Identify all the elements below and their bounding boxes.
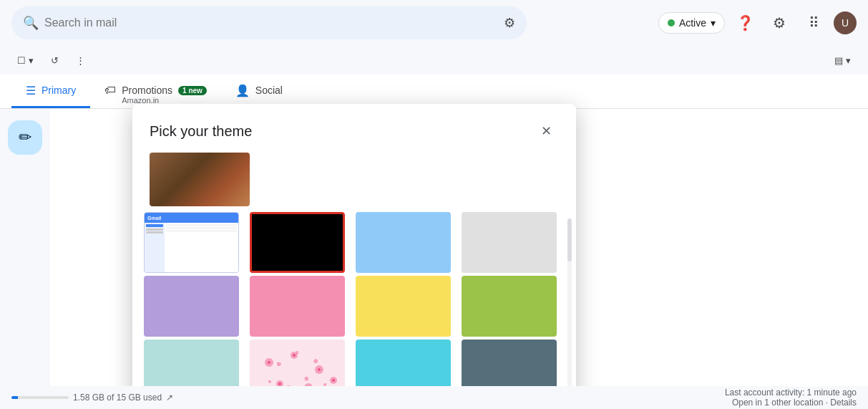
avatar[interactable]: U [834,11,857,34]
storage-bar [11,396,69,399]
top-preview-area [132,153,576,212]
svg-point-5 [318,368,321,371]
theme-grid-scroll: Gmail [132,212,576,404]
svg-point-7 [278,382,281,385]
close-icon: ✕ [541,123,552,139]
more-icon: ⋮ [76,55,85,66]
primary-tab-label: Primary [42,85,76,96]
toolbar: ☐ ▾ ↺ ⋮ ▤ ▾ [0,46,868,74]
refresh-icon: ↺ [51,55,59,66]
help-button[interactable]: ❓ [731,9,759,37]
theme-item-yellow[interactable] [356,276,451,337]
view-chevron: ▾ [846,55,851,66]
theme-item-default[interactable]: Gmail [144,212,239,273]
select-checkbox[interactable]: ☐ ▾ [11,51,39,70]
checkbox-icon[interactable]: ☐ [17,55,26,66]
storage-link-icon[interactable]: ↗ [166,393,173,403]
apps-button[interactable]: ⠿ [799,9,828,37]
top-theme-preview[interactable] [150,153,250,206]
tab-social[interactable]: 👤 Social [221,74,297,108]
storage-fill [11,396,18,399]
scrollbar-thumb[interactable] [567,218,572,261]
modal-title: Pick your theme [150,123,252,140]
social-tab-label: Social [255,85,283,96]
theme-item-black[interactable] [250,212,345,273]
compose-button[interactable]: ✏ [8,120,42,155]
svg-point-1 [268,361,270,364]
scrollbar-track [567,218,572,408]
settings-button[interactable]: ⚙ [765,9,794,37]
activity-text: Last account activity: 1 minute ago [725,388,857,398]
search-input[interactable] [44,16,498,29]
active-dot [668,19,675,27]
theme-item-pink[interactable] [250,276,345,337]
tab-primary[interactable]: ☰ Primary [11,74,90,108]
social-tab-icon: 👤 [235,84,250,97]
active-button[interactable]: Active ▾ [658,12,725,34]
modal-close-button[interactable]: ✕ [533,118,559,144]
filter-icon[interactable]: ⚙ [504,15,515,31]
theme-item-blue[interactable] [356,212,451,273]
theme-modal: Pick your theme ✕ Gmail [132,104,576,409]
theme-item-green[interactable] [462,276,557,337]
tab-promotions[interactable]: 🏷 Promotions 1 new Amazon.in [90,74,221,108]
promotions-tab-label: Promotions [122,85,172,96]
theme-item-gray[interactable] [462,212,557,273]
modal-header: Pick your theme ✕ [132,104,576,153]
more-options-button[interactable]: ⋮ [70,51,91,70]
svg-point-3 [293,354,296,357]
promotions-badge: 1 new [178,86,207,95]
sidebar: ✏ [0,109,50,409]
topbar-right: Active ▾ ❓ ⚙ ⠿ U [658,9,857,37]
theme-item-lavender[interactable] [144,276,239,337]
primary-tab-icon: ☰ [26,84,36,97]
other-location-text: Open in 1 other location · Details [732,398,857,408]
bottom-bar: 1.58 GB of 15 GB used ↗ Last account act… [0,386,868,409]
checkbox-chevron[interactable]: ▾ [29,55,34,66]
search-container: 🔍 ⚙ [11,6,527,39]
active-label: Active [679,17,706,29]
activity-info: Last account activity: 1 minute ago Open… [725,388,857,408]
search-icon: 🔍 [23,15,39,31]
view-icon: ▤ [834,55,843,66]
refresh-button[interactable]: ↺ [45,51,64,70]
theme-grid: Gmail [144,212,565,404]
active-chevron-icon: ▾ [711,17,716,29]
storage-text: 1.58 GB of 15 GB used [73,393,162,403]
storage-info: 1.58 GB of 15 GB used ↗ [11,393,173,403]
svg-point-11 [332,379,335,382]
promotions-tab-icon: 🏷 [104,84,116,97]
topbar: 🔍 ⚙ Active ▾ ❓ ⚙ ⠿ U [0,0,868,46]
view-options-button[interactable]: ▤ ▾ [829,51,857,70]
